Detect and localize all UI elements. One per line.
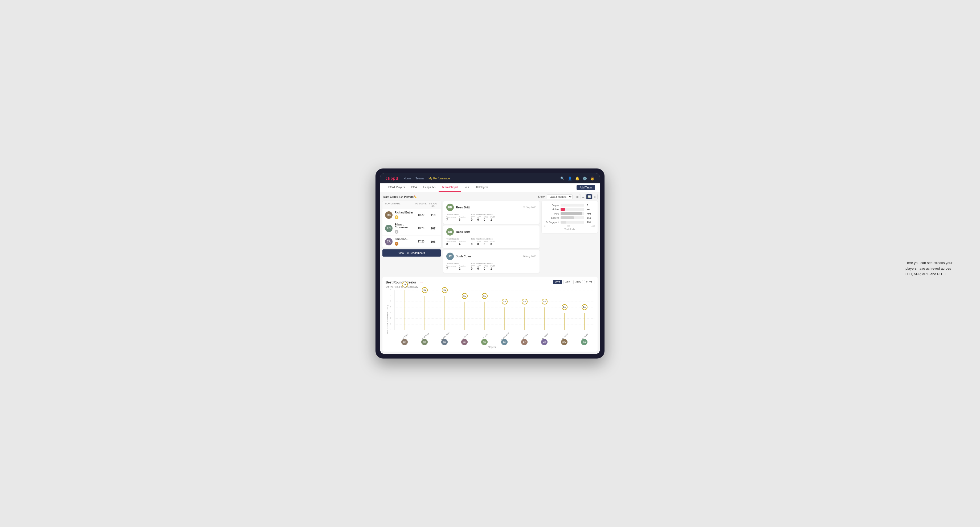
streak-bubble: 4x xyxy=(542,298,547,305)
player-pb-avg: 110 xyxy=(428,213,438,217)
stat-total-rounds: Total Rounds Tournament 7 Practice 6 xyxy=(446,213,466,221)
show-label: Show xyxy=(538,195,545,198)
streak-line xyxy=(524,307,525,330)
sub-nav-pgat[interactable]: PGAT Players xyxy=(385,183,408,192)
player-avatar: JC xyxy=(461,339,468,345)
player-pb-score: 17/20 xyxy=(414,240,428,243)
streak-line xyxy=(544,307,545,330)
stat-practice: Practice 2 xyxy=(459,265,466,270)
card-stats: Total Rounds Tournament 7 Practice 6 xyxy=(446,213,536,221)
table-view-icon[interactable]: ≡ xyxy=(592,194,598,199)
bar-track xyxy=(561,221,584,224)
stat-ott: OTT 0 xyxy=(471,265,474,270)
filter-buttons: OTT APP ARG PUTT xyxy=(553,280,594,284)
filter-ott[interactable]: OTT xyxy=(553,280,562,284)
player-name: Edward Crossman xyxy=(395,223,414,229)
view-leaderboard-button[interactable]: View Full Leaderboard xyxy=(382,249,441,257)
filter-putt[interactable]: PUTT xyxy=(584,280,595,284)
nav-teams[interactable]: Teams xyxy=(416,176,424,181)
player-row[interactable]: CA Cameron... 3 17/20 103 xyxy=(382,236,441,248)
y-tick-label: 0 xyxy=(390,329,391,330)
bar-label: Pars xyxy=(544,213,559,215)
settings-icon[interactable]: ⚙️ xyxy=(583,176,587,181)
chart-view-icon[interactable]: 📊 xyxy=(586,194,592,199)
avatar-icon[interactable]: 👨 xyxy=(590,176,594,181)
stat-app: APP 0 xyxy=(477,216,481,221)
bar-label: Eagles xyxy=(544,204,559,206)
chart-bar-row: Birdies 96 xyxy=(544,208,595,211)
time-filter-select[interactable]: Last 3 months xyxy=(547,194,573,199)
content-wrapper: Team Clippd | 14 Players ✏️ Show Last 3 … xyxy=(380,192,600,354)
sub-nav-pga[interactable]: PGA xyxy=(408,183,420,192)
streak-bubble: 5x xyxy=(482,293,488,299)
player-avatar: CQ xyxy=(581,339,587,345)
nav-icons: 🔍 👤 🔔 ⚙️ 👨 xyxy=(560,176,594,181)
edit-icon[interactable]: ✏️ xyxy=(414,195,417,198)
bar-value: 96 xyxy=(587,208,595,211)
section-subtitle: Off The Tee, Fairway Accuracy xyxy=(386,286,594,288)
nav-my-performance[interactable]: My Performance xyxy=(428,176,450,181)
y-axis-label: Best Streak, Fairway Accuracy xyxy=(386,290,389,348)
player-avatar: BM xyxy=(421,339,428,345)
player-info: Edward Crossman 2 xyxy=(395,223,414,234)
y-tick-label: 2 xyxy=(390,317,391,319)
stat-total-rounds: Total Rounds Tournament 8 Practice 4 xyxy=(446,238,466,246)
card-header: RB Rees Britt 02 Sep 2023 xyxy=(446,204,536,211)
stat-ott: OTT 0 xyxy=(471,216,474,221)
nav-home[interactable]: Home xyxy=(403,176,411,181)
section-header: Best Round Streaks → OTT APP ARG PUTT xyxy=(386,280,594,284)
section-title: Best Round Streaks xyxy=(386,281,416,284)
player-info: Cameron... 3 xyxy=(395,238,414,246)
streak-arrow-icon: → xyxy=(419,280,423,284)
player-avatar: MM xyxy=(541,339,547,345)
annotation-text: Here you can see streaks your players ha… xyxy=(905,261,952,276)
player-list-header: PLAYER NAME PB SCORE PB AVG SQ xyxy=(382,201,441,209)
stat-tournament: Tournament 7 xyxy=(446,216,456,221)
card-player-name: Rees Britt xyxy=(456,206,523,209)
streak-bubble: 6x xyxy=(422,287,428,293)
left-panel: PLAYER NAME PB SCORE PB AVG SQ RB Richar… xyxy=(382,201,441,275)
grid-view-icon[interactable]: ⊞ xyxy=(575,194,580,199)
stat-putt: PUTT 0 xyxy=(490,241,495,246)
bar-fill xyxy=(561,208,565,211)
sub-nav-team-clippd[interactable]: Team Clippd xyxy=(439,183,461,192)
bell-icon[interactable]: 🔔 xyxy=(575,176,579,181)
sub-nav-tour[interactable]: Tour xyxy=(461,183,472,192)
search-icon[interactable]: 🔍 xyxy=(560,176,565,181)
streak-line xyxy=(465,302,465,330)
bar-value: 499 xyxy=(587,213,595,215)
player-avatar: RBu xyxy=(561,339,568,345)
streak-chart-wrapper: Best Streak, Fairway Accuracy 012345677x… xyxy=(386,290,594,348)
card-avatar: RB xyxy=(446,204,454,211)
player-card: JC Josh Coles 26 Aug 2023 Total Rounds T… xyxy=(443,250,539,273)
stat-arg: ARG 0 xyxy=(484,216,488,221)
bar-label: Birdies xyxy=(544,208,559,211)
y-tick-label: 6 xyxy=(390,294,391,296)
streak-bubble: 7x xyxy=(402,282,408,287)
avatar: RB xyxy=(385,211,393,219)
bar-label: D. Bogeys + xyxy=(544,221,559,224)
view-icons: ⊞ ☰ 📊 ≡ xyxy=(575,194,598,199)
bar-value: 311 xyxy=(587,217,595,219)
player-pb-score: 19/20 xyxy=(414,213,428,216)
chart-bar-row: Pars 499 xyxy=(544,212,595,215)
player-row[interactable]: EC Edward Crossman 2 18/20 107 xyxy=(382,221,441,236)
sub-nav-hcaps[interactable]: Hcaps 1-5 xyxy=(420,183,439,192)
player-avatar: RB xyxy=(481,339,488,345)
y-tick-label: 1 xyxy=(390,323,391,325)
filter-arg[interactable]: ARG xyxy=(573,280,583,284)
sub-nav-all-players[interactable]: All Players xyxy=(473,183,492,192)
header-row: Team Clippd | 14 Players ✏️ Show Last 3 … xyxy=(382,194,598,199)
user-icon[interactable]: 👤 xyxy=(568,176,572,181)
bar-track xyxy=(561,204,584,206)
col-pb-avg: PB AVG SQ xyxy=(428,203,438,207)
add-team-button[interactable]: Add Team xyxy=(577,185,595,190)
stat-arg: ARG 0 xyxy=(484,241,488,246)
player-row[interactable]: RB Richard Butler 1 19/20 110 xyxy=(382,209,441,221)
bar-track xyxy=(561,208,584,211)
chart-bar-row: Bogeys 311 xyxy=(544,216,595,219)
stat-app: APP 0 xyxy=(477,265,481,270)
filter-app[interactable]: APP xyxy=(563,280,572,284)
list-view-icon[interactable]: ☰ xyxy=(581,194,586,199)
avatar: CA xyxy=(385,238,393,245)
